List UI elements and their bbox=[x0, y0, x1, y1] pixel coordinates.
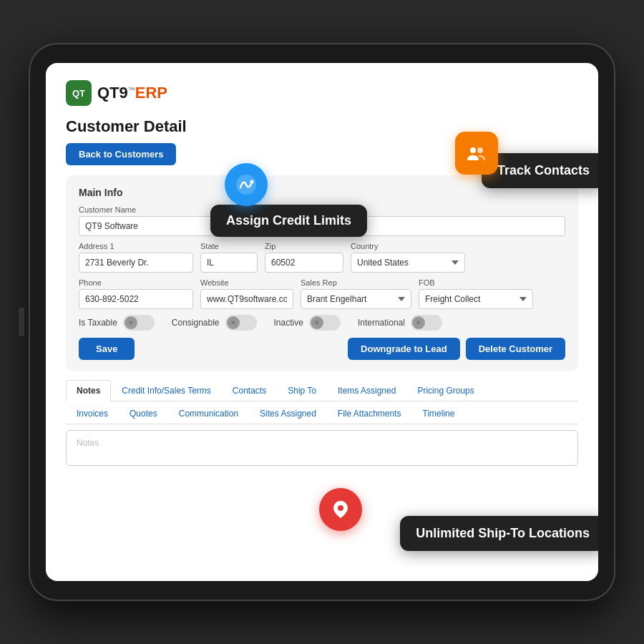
ship-to-tooltip: Unlimited Ship-To Locations bbox=[400, 516, 598, 551]
consignable-label: Consignable bbox=[172, 318, 220, 328]
tab-credit-info[interactable]: Credit Info/Sales Terms bbox=[111, 380, 222, 401]
is-taxable-knob bbox=[125, 316, 137, 329]
sales-rep-group: Sales Rep Brant Engelhart bbox=[301, 278, 411, 309]
tab-sites-assigned[interactable]: Sites Assigned bbox=[249, 403, 327, 424]
notes-placeholder: Notes bbox=[77, 438, 99, 448]
tab-items-assigned[interactable]: Items Assigned bbox=[327, 380, 406, 401]
svg-point-6 bbox=[338, 505, 343, 511]
website-label: Website bbox=[200, 278, 293, 287]
phone-row: Phone Website Sales Rep Brant Engelhart bbox=[79, 278, 565, 309]
consignable-toggle[interactable] bbox=[225, 315, 257, 331]
fob-select[interactable]: Freight Collect Freight Prepaid bbox=[419, 289, 533, 309]
delete-button[interactable]: Delete Customer bbox=[466, 338, 565, 360]
is-taxable-toggle-item: Is Taxable bbox=[79, 315, 155, 331]
tab-contacts[interactable]: Contacts bbox=[222, 380, 277, 401]
state-input[interactable] bbox=[200, 253, 258, 273]
logo-tm: ™ bbox=[128, 86, 135, 94]
credit-limits-icon bbox=[225, 163, 268, 206]
svg-point-3 bbox=[250, 180, 254, 184]
downgrade-button[interactable]: Downgrade to Lead bbox=[348, 338, 460, 360]
logo-text: QT9™ERP bbox=[97, 84, 167, 102]
inactive-label: Inactive bbox=[274, 318, 303, 328]
svg-point-5 bbox=[477, 147, 483, 153]
track-contacts-tooltip: Track Contacts bbox=[482, 153, 598, 188]
right-buttons: Downgrade to Lead Delete Customer bbox=[348, 338, 565, 360]
country-select[interactable]: United States Canada Mexico bbox=[351, 253, 465, 273]
country-group: Country United States Canada Mexico bbox=[351, 242, 465, 273]
section-title: Main Info bbox=[79, 187, 565, 198]
fob-label: FOB bbox=[419, 278, 533, 287]
action-row: Save Downgrade to Lead Delete Customer bbox=[79, 338, 565, 360]
international-label: International bbox=[358, 318, 405, 328]
tabs-row1: Notes Credit Info/Sales Terms Contacts S… bbox=[66, 380, 578, 401]
tab-file-attachments[interactable]: File Attachments bbox=[327, 403, 412, 424]
save-button[interactable]: Save bbox=[79, 338, 135, 360]
tab-notes[interactable]: Notes bbox=[66, 380, 111, 401]
consignable-knob bbox=[227, 316, 240, 329]
logo-erp: ERP bbox=[135, 84, 167, 102]
tab-timeline[interactable]: Timeline bbox=[412, 403, 466, 424]
website-group: Website bbox=[200, 278, 293, 309]
tab-invoices[interactable]: Invoices bbox=[66, 403, 119, 424]
international-toggle-item: International bbox=[358, 315, 442, 331]
tab-quotes[interactable]: Quotes bbox=[119, 403, 168, 424]
app-header: QT QT9™ERP bbox=[66, 80, 578, 106]
phone-group: Phone bbox=[79, 278, 193, 309]
ship-to-icon bbox=[319, 488, 362, 531]
svg-text:QT: QT bbox=[72, 88, 85, 99]
phone-input[interactable] bbox=[79, 289, 193, 309]
sales-rep-select[interactable]: Brant Engelhart bbox=[301, 289, 411, 309]
tab-communication[interactable]: Communication bbox=[168, 403, 249, 424]
assign-credit-limits-tooltip: Assign Credit Limits bbox=[210, 205, 367, 237]
address1-group: Address 1 bbox=[79, 242, 193, 273]
address-row: Address 1 State Zip Country Unit bbox=[79, 242, 565, 273]
tab-pricing-groups[interactable]: Pricing Groups bbox=[406, 380, 484, 401]
svg-point-4 bbox=[470, 147, 476, 153]
state-label: State bbox=[200, 242, 258, 250]
tab-ship-to[interactable]: Ship To bbox=[277, 380, 327, 401]
screen: QT QT9™ERP Customer Detail Back to Custo… bbox=[46, 63, 598, 581]
tabs-row2: Invoices Quotes Communication Sites Assi… bbox=[66, 403, 578, 424]
state-group: State bbox=[200, 242, 258, 273]
toggles-row: Is Taxable Consignable Inactive bbox=[79, 315, 565, 331]
sales-rep-label: Sales Rep bbox=[301, 278, 411, 287]
logo-container: QT QT9™ERP bbox=[66, 80, 167, 106]
zip-label: Zip bbox=[265, 242, 343, 250]
page-title: Customer Detail bbox=[66, 117, 578, 136]
inactive-toggle-item: Inactive bbox=[274, 315, 341, 331]
phone-label: Phone bbox=[79, 278, 193, 287]
international-knob bbox=[412, 316, 425, 329]
is-taxable-label: Is Taxable bbox=[79, 318, 117, 328]
notes-textarea[interactable]: Notes bbox=[66, 430, 578, 466]
country-label: Country bbox=[351, 242, 465, 250]
inactive-toggle[interactable] bbox=[309, 315, 341, 331]
website-input[interactable] bbox=[200, 289, 293, 309]
fob-group: FOB Freight Collect Freight Prepaid bbox=[419, 278, 533, 309]
logo-icon: QT bbox=[66, 80, 92, 106]
is-taxable-toggle[interactable] bbox=[123, 315, 155, 331]
track-contacts-icon bbox=[455, 132, 498, 175]
logo-qt9: QT9 bbox=[97, 84, 128, 102]
international-toggle[interactable] bbox=[411, 315, 442, 331]
zip-group: Zip bbox=[265, 242, 343, 273]
inactive-knob bbox=[311, 316, 323, 329]
consignable-toggle-item: Consignable bbox=[172, 315, 257, 331]
tablet-shell: QT QT9™ERP Customer Detail Back to Custo… bbox=[29, 43, 615, 601]
tabs-container: Notes Credit Info/Sales Terms Contacts S… bbox=[66, 380, 578, 424]
address1-label: Address 1 bbox=[79, 242, 193, 250]
zip-input[interactable] bbox=[265, 253, 343, 273]
back-to-customers-button[interactable]: Back to Customers bbox=[66, 143, 176, 165]
address1-input[interactable] bbox=[79, 253, 193, 273]
